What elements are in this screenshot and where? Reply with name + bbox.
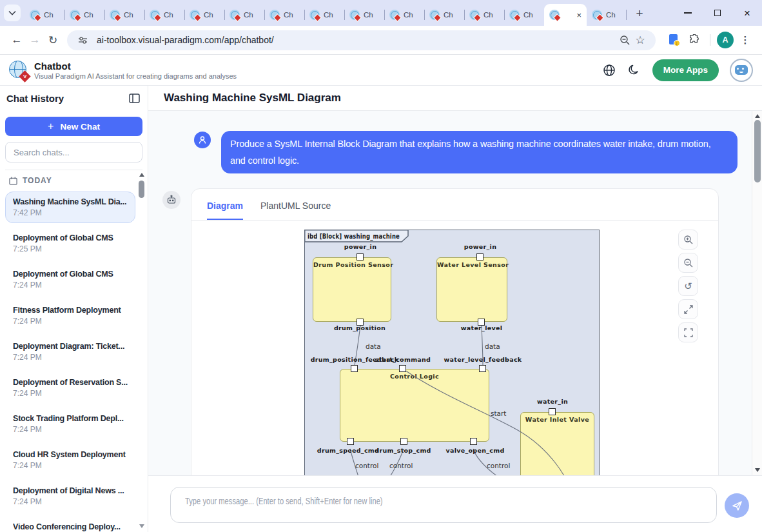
reload-icon[interactable]: ↻ — [44, 31, 62, 49]
browser-menu-icon[interactable]: ⋮ — [736, 31, 754, 49]
more-apps-button[interactable]: More Apps — [652, 59, 719, 81]
forward-icon[interactable]: → — [26, 31, 44, 49]
profile-avatar[interactable]: A — [717, 32, 734, 48]
app-subtitle: Visual Paradigm AI Assistant for creatin… — [34, 72, 237, 80]
port-drum-stop-cmd[interactable] — [400, 438, 407, 445]
chat-history-item[interactable]: Deployment of Global CMS 7:25 PM — [5, 228, 135, 259]
port-water-in[interactable] — [549, 408, 556, 415]
browser-tab[interactable]: Ch × — [24, 4, 64, 26]
browser-tab[interactable]: Ch × — [264, 4, 304, 26]
port-drum-position-feedback[interactable] — [351, 365, 358, 372]
extensions-puzzle-icon[interactable] — [685, 31, 703, 49]
minimize-button[interactable] — [673, 0, 703, 26]
port-drum-power-in[interactable] — [357, 253, 364, 261]
label-water-level-feedback: water_level_feedback — [444, 356, 522, 363]
chat-history-item[interactable]: Fitness Platform Deployment 7:24 PM — [5, 300, 135, 331]
browser-tab[interactable]: Ch × — [184, 4, 224, 26]
visual-paradigm-favicon — [349, 10, 360, 20]
port-water-level-feedback[interactable] — [479, 365, 486, 372]
chat-history-item[interactable]: Washing Machine SysML Dia... 7:42 PM — [5, 192, 135, 223]
tab-close-icon[interactable]: × — [576, 11, 581, 19]
port-valve-open-cmd[interactable] — [470, 438, 477, 445]
label-power-in-left: power_in — [344, 243, 376, 250]
visual-paradigm-favicon — [30, 10, 40, 20]
chat-history-item[interactable]: Video Conferencing Deploy... 7:24 PM — [5, 517, 135, 532]
visual-paradigm-favicon — [150, 10, 160, 20]
chat-history-item[interactable]: Stock Trading Platform Depl... 7:24 PM — [5, 408, 135, 440]
user-avatar — [194, 132, 211, 148]
visual-paradigm-favicon — [70, 10, 80, 20]
browser-tab[interactable]: Ch × — [424, 4, 464, 26]
browser-tab[interactable]: Ch × — [224, 4, 264, 26]
browser-tab[interactable]: Ch × — [544, 4, 587, 26]
expand-button[interactable] — [678, 299, 698, 319]
browser-tab[interactable]: Ch × — [587, 4, 627, 26]
card-tabs: Diagram PlantUML Source — [191, 189, 718, 221]
user-message-row: Produce a SysML Internal Block Diagram t… — [194, 131, 738, 173]
visual-paradigm-favicon — [190, 10, 200, 20]
language-globe-icon[interactable] — [602, 63, 616, 77]
sysml-diagram-frame: ibd [Block] washing_machine Drum Positio… — [304, 230, 600, 475]
browser-tab[interactable]: Ch × — [384, 4, 424, 26]
browser-tab[interactable]: Ch × — [344, 4, 384, 26]
browser-tab[interactable]: Ch × — [464, 4, 504, 26]
maximize-button[interactable] — [703, 0, 732, 26]
chat-history-title: Chat History — [6, 93, 64, 104]
zoom-in-button[interactable] — [678, 230, 698, 250]
plus-icon: + — [48, 121, 54, 132]
label-control-1: control — [355, 462, 378, 469]
tab-plantuml-source[interactable]: PlantUML Source — [260, 201, 331, 220]
new-tab-button[interactable]: + — [630, 5, 649, 23]
reset-zoom-button[interactable]: ↺ — [678, 276, 698, 296]
port-start-command[interactable] — [399, 365, 406, 372]
chat-history-item[interactable]: Deployment of Digital News ... 7:24 PM — [5, 480, 135, 512]
tab-diagram[interactable]: Diagram — [207, 201, 243, 220]
label-power-in-right: power_in — [464, 243, 496, 250]
window-controls: × — [673, 0, 762, 26]
close-button[interactable]: × — [732, 0, 762, 26]
url-text[interactable]: ai-toolbox.visual-paradigm.com/app/chatb… — [97, 35, 617, 45]
port-water-power-in[interactable] — [476, 253, 484, 261]
port-drum-position[interactable] — [357, 319, 364, 326]
message-placeholder: Type your message... (Enter to send, Shi… — [185, 496, 383, 506]
zoom-out-button[interactable] — [678, 253, 698, 273]
url-field[interactable]: ai-toolbox.visual-paradigm.com/app/chatb… — [67, 30, 656, 50]
scrollbar-thumb — [754, 120, 761, 182]
port-drum-speed-cmd[interactable] — [347, 438, 354, 445]
back-icon[interactable]: ← — [8, 31, 26, 49]
browser-tab[interactable]: Ch × — [304, 4, 344, 26]
extension-doc-icon[interactable]: ↓ — [665, 31, 683, 49]
label-drum-stop-cmd: drum_stop_cmd — [375, 447, 431, 454]
new-chat-button[interactable]: +New Chat — [5, 117, 142, 136]
zoom-out-page-icon[interactable] — [617, 32, 632, 48]
conversation-title: Washing Machine SysML Diagram — [164, 92, 341, 104]
message-input[interactable]: Type your message... (Enter to send, Shi… — [170, 487, 717, 523]
site-settings-icon[interactable] — [75, 32, 90, 48]
visual-paradigm-favicon — [509, 10, 520, 20]
send-button[interactable] — [725, 493, 749, 518]
sidebar-scrollbar[interactable] — [139, 173, 145, 529]
label-start: start — [491, 409, 506, 417]
chat-history-item[interactable]: Deployment Diagram: Ticket... 7:24 PM — [5, 336, 135, 368]
tab-search-button[interactable] — [4, 5, 21, 21]
fullscreen-button[interactable] — [678, 322, 698, 342]
collapse-sidebar-icon[interactable] — [127, 92, 141, 106]
browser-tab[interactable]: Ch × — [104, 4, 144, 26]
chat-history-item[interactable]: Deployment of Global CMS 7:24 PM — [5, 264, 135, 295]
chat-history-item[interactable]: Deployment of Reservation S... 7:24 PM — [5, 372, 135, 404]
chatbot-widget-icon[interactable] — [730, 59, 753, 82]
bookmark-star-icon[interactable]: ☆ — [632, 32, 648, 48]
label-control-2: control — [389, 462, 413, 469]
browser-tab[interactable]: Ch × — [504, 4, 544, 26]
browser-tab[interactable]: Ch × — [64, 4, 104, 26]
dark-mode-moon-icon[interactable] — [627, 63, 641, 77]
visual-paradigm-favicon — [309, 10, 320, 20]
browser-tab[interactable]: Ch × — [144, 4, 184, 26]
chat-history-item[interactable]: Cloud HR System Deployment 7:24 PM — [5, 444, 135, 476]
main-scrollbar[interactable] — [752, 111, 762, 475]
visual-paradigm-favicon — [469, 10, 480, 20]
visual-paradigm-favicon — [592, 10, 602, 20]
search-chats-input[interactable]: Search chats... — [5, 142, 142, 163]
diagram-controls: ↺ — [678, 230, 698, 342]
port-water-level[interactable] — [478, 319, 485, 326]
